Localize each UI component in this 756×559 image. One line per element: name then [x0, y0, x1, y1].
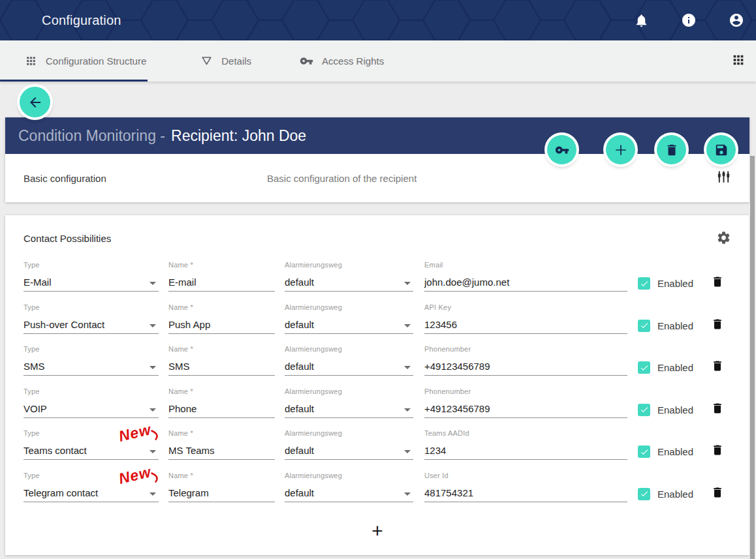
trash-icon	[711, 486, 724, 499]
delete-row-button[interactable]	[711, 275, 724, 290]
type-select[interactable]: Type Push-over Contact	[24, 303, 159, 334]
api-key-field[interactable]: API Key 123456	[424, 303, 627, 334]
phonenumber-field[interactable]: Phonenumber +49123456789	[424, 345, 627, 376]
delete-row-button[interactable]	[711, 402, 724, 417]
vertical-scrollbar[interactable]	[750, 156, 755, 559]
grid-icon	[25, 55, 37, 67]
notifications-bell-icon[interactable]	[633, 12, 649, 28]
contact-row-sms: Type SMS Name * SMS Alarmierungsweg defa…	[24, 345, 731, 376]
email-field[interactable]: Email john.doe@jumo.net	[424, 261, 627, 292]
name-value: Phone	[168, 403, 197, 414]
alarm-route-select[interactable]: Alarmierungsweg default	[285, 387, 413, 418]
gear-icon[interactable]	[716, 230, 731, 248]
api-key-value: 123456	[424, 319, 457, 330]
card-title: Contact Possibilities	[24, 233, 111, 244]
tab-access-rights[interactable]: Access Rights	[300, 54, 384, 68]
type-select[interactable]: Type Teams contact	[24, 429, 159, 460]
account-icon[interactable]	[729, 12, 744, 28]
enabled-checkbox[interactable]: Enabled	[638, 361, 693, 374]
alarm-value: default	[285, 487, 314, 498]
configuration-page: Configuration Configuration Structure De…	[0, 0, 756, 559]
alarm-route-select[interactable]: Alarmierungsweg default	[285, 345, 413, 376]
tune-sliders-icon[interactable]	[716, 170, 731, 187]
section-title: Basic configuration	[24, 173, 106, 184]
chevron-down-icon	[404, 450, 411, 453]
enabled-checkbox[interactable]: Enabled	[638, 404, 693, 416]
plus-icon	[613, 142, 629, 158]
field-label: API Key	[424, 303, 627, 311]
tab-label: Access Rights	[322, 55, 384, 67]
name-input[interactable]: Name * Telegram	[168, 472, 275, 502]
active-tab-underline	[0, 80, 148, 82]
name-value: E-mail	[168, 277, 197, 288]
app-header: Configuration	[0, 0, 756, 40]
alarm-value: default	[285, 445, 314, 456]
enabled-label: Enabled	[657, 489, 693, 500]
enabled-checkbox[interactable]: Enabled	[638, 277, 693, 290]
type-select[interactable]: Type VOIP	[24, 387, 159, 418]
filter-funnel-icon	[200, 55, 213, 67]
type-select[interactable]: Type E-Mail	[24, 261, 159, 292]
phonenumber-value: +49123456789	[424, 403, 490, 414]
alarm-route-select[interactable]: Alarmierungsweg default	[285, 472, 413, 502]
name-value: Push App	[168, 319, 210, 330]
type-value: VOIP	[24, 403, 47, 414]
user-id-field[interactable]: User Id 481754321	[424, 472, 627, 502]
tab-details[interactable]: Details	[200, 55, 251, 67]
field-label: User Id	[424, 472, 627, 479]
key-icon	[555, 143, 569, 157]
contact-possibilities-card: Contact Possibilities Type E-Mail Name *…	[5, 215, 749, 555]
name-input[interactable]: Name * Phone	[168, 387, 275, 418]
chevron-down-icon	[404, 282, 411, 285]
enabled-checkbox[interactable]: Enabled	[638, 320, 693, 332]
chevron-down-icon	[404, 408, 411, 412]
type-select[interactable]: Type SMS	[24, 345, 159, 376]
add-button[interactable]	[606, 135, 635, 164]
checkbox-checked-icon	[638, 361, 650, 374]
teams-aadid-field[interactable]: Teams AADId 1234	[424, 429, 627, 460]
alarm-route-select[interactable]: Alarmierungsweg default	[285, 261, 413, 292]
name-value: Telegram	[168, 487, 209, 498]
enabled-label: Enabled	[657, 446, 693, 457]
enabled-label: Enabled	[657, 320, 693, 331]
save-floppy-icon	[714, 143, 729, 157]
phonenumber-field[interactable]: Phonenumber +49123456789	[424, 387, 627, 418]
trash-icon	[711, 359, 724, 372]
recipient-card: Condition Monitoring - Recipient: John D…	[5, 117, 749, 202]
alarm-value: default	[285, 319, 314, 330]
alarm-value: default	[285, 361, 314, 372]
chevron-down-icon	[404, 324, 411, 327]
enabled-label: Enabled	[657, 404, 693, 415]
tab-label: Details	[221, 55, 251, 67]
add-contact-button[interactable]: +	[371, 521, 383, 541]
enabled-checkbox[interactable]: Enabled	[638, 446, 693, 458]
delete-row-button[interactable]	[711, 359, 724, 374]
tab-configuration-structure[interactable]: Configuration Structure	[25, 55, 146, 67]
delete-row-button[interactable]	[711, 486, 724, 501]
apps-grid-icon[interactable]	[731, 53, 746, 70]
name-input[interactable]: Name * SMS	[168, 345, 275, 376]
alarm-route-select[interactable]: Alarmierungsweg default	[285, 429, 413, 460]
contact-row-pushover: Type Push-over Contact Name * Push App A…	[24, 303, 731, 334]
checkbox-checked-icon	[638, 320, 650, 332]
name-input[interactable]: Name * MS Teams	[168, 429, 275, 460]
info-icon[interactable]	[681, 12, 697, 28]
back-button[interactable]	[20, 87, 50, 117]
name-input[interactable]: Name * E-mail	[168, 261, 275, 292]
enabled-checkbox[interactable]: Enabled	[638, 488, 693, 500]
alarm-route-select[interactable]: Alarmierungsweg default	[285, 303, 413, 334]
field-label: Name *	[168, 303, 275, 311]
name-input[interactable]: Name * Push App	[168, 303, 275, 334]
email-value: john.doe@jumo.net	[424, 277, 509, 288]
type-value: SMS	[24, 361, 45, 372]
delete-row-button[interactable]	[711, 318, 724, 333]
page-title: Configuration	[42, 13, 121, 28]
delete-row-button[interactable]	[711, 444, 724, 459]
type-select[interactable]: Type Telegram contact	[24, 472, 159, 502]
delete-button[interactable]	[657, 135, 686, 164]
field-label: Phonenumber	[424, 387, 627, 395]
save-button[interactable]	[706, 135, 736, 164]
access-key-button[interactable]	[547, 135, 576, 164]
basic-configuration-row: Basic configuration Basic configuration …	[5, 154, 749, 202]
field-label: Alarmierungsweg	[285, 303, 413, 311]
